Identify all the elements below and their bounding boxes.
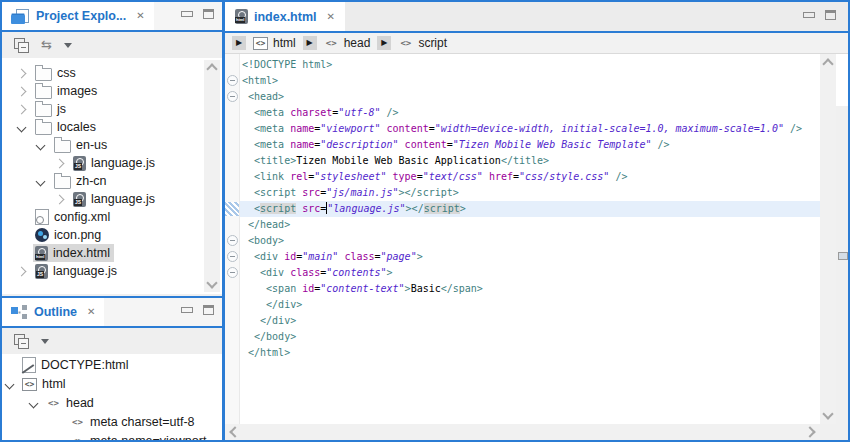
code-line[interactable]: <meta name="description" content="Tizen …: [240, 137, 820, 153]
scroll-down-icon[interactable]: [206, 277, 217, 288]
tree-item[interactable]: config.xml: [2, 208, 222, 226]
tree-item-main[interactable]: js: [33, 100, 70, 118]
tree-item-main[interactable]: <>meta charset=utf-8: [68, 413, 199, 431]
tree-item[interactable]: index.html: [2, 244, 222, 262]
tree-item[interactable]: <>head: [2, 394, 222, 412]
code-editor[interactable]: <!DOCTYPE html><html> <head> <meta chars…: [240, 54, 820, 424]
tab-project-explorer[interactable]: Project Explo... ✕: [2, 2, 154, 30]
fold-gutter[interactable]: [225, 54, 240, 424]
chevron-right-icon[interactable]: [17, 105, 27, 115]
tree-item-main[interactable]: language.js: [71, 190, 159, 208]
tree-item-main[interactable]: <>meta name=viewport: [68, 432, 210, 440]
code-line[interactable]: <title>Tizen Mobile Web Basic Applicatio…: [240, 153, 820, 169]
fold-collapse-icon[interactable]: [227, 267, 238, 278]
link-with-editor-icon[interactable]: ⇆: [41, 38, 52, 52]
fold-collapse-icon[interactable]: [227, 91, 238, 102]
tree-item[interactable]: language.js: [2, 154, 222, 172]
tree-item[interactable]: <>meta charset=utf-8: [2, 413, 222, 431]
code-line[interactable]: <meta charset="utf-8" />: [240, 105, 820, 121]
scroll-down-icon[interactable]: [822, 408, 833, 419]
code-line[interactable]: </head>: [240, 217, 820, 233]
tree-item-main[interactable]: language.js: [33, 262, 121, 280]
overview-ruler[interactable]: [836, 106, 848, 442]
chevron-right-icon[interactable]: [17, 267, 27, 277]
tree-item[interactable]: zh-cn: [2, 172, 222, 190]
chevron-right-icon[interactable]: [55, 195, 65, 205]
tree-item[interactable]: <>meta name=viewport: [2, 432, 222, 440]
minimize-icon[interactable]: [181, 307, 193, 313]
tree-item[interactable]: en-us: [2, 136, 222, 154]
tree-item[interactable]: icon.png: [2, 226, 222, 244]
chevron-down-icon[interactable]: [5, 380, 15, 390]
code-line-current[interactable]: <script src="language.js"></script>: [240, 201, 820, 217]
tree-item-main[interactable]: config.xml: [33, 208, 114, 226]
breadcrumb-expand-icon[interactable]: ▶: [303, 36, 317, 50]
code-line[interactable]: <div id="main" class="page">: [240, 249, 820, 265]
view-menu-icon[interactable]: [41, 339, 49, 344]
code-line[interactable]: <html>: [240, 73, 820, 89]
chevron-right-icon[interactable]: [55, 159, 65, 169]
breadcrumb-item[interactable]: <>head: [324, 36, 371, 50]
chevron-down-icon[interactable]: [36, 177, 46, 187]
code-line[interactable]: <span id="content-text">Basic</span>: [240, 281, 820, 297]
project-explorer-scrollbar[interactable]: [204, 60, 220, 292]
scroll-left-icon[interactable]: [229, 426, 240, 437]
tab-outline[interactable]: Outline ✕: [2, 298, 104, 326]
fold-collapse-icon[interactable]: [227, 235, 238, 246]
tree-item[interactable]: language.js: [2, 190, 222, 208]
breadcrumb-expand-icon[interactable]: ▶: [377, 36, 391, 50]
code-line[interactable]: </div>: [240, 313, 820, 329]
maximize-icon[interactable]: [825, 10, 836, 20]
code-line[interactable]: <head>: [240, 89, 820, 105]
tree-item[interactable]: language.js: [2, 262, 222, 280]
chevron-down-icon[interactable]: [36, 141, 46, 151]
tree-item[interactable]: css: [2, 64, 222, 82]
code-line[interactable]: <script src="js/main.js"></script>: [240, 185, 820, 201]
code-line[interactable]: </div>: [240, 297, 820, 313]
tree-item-main[interactable]: <>html: [20, 375, 70, 393]
tab-index-html[interactable]: index.html ✕: [225, 2, 345, 31]
code-line[interactable]: <body>: [240, 233, 820, 249]
tree-item[interactable]: locales: [2, 118, 222, 136]
breadcrumb-expand-icon[interactable]: ▶: [232, 36, 246, 50]
tree-item-main[interactable]: images: [33, 82, 101, 100]
close-icon[interactable]: ✕: [87, 307, 95, 317]
code-line[interactable]: <meta name="viewport" content="width=dev…: [240, 121, 820, 137]
tree-item-main[interactable]: locales: [33, 118, 100, 136]
fold-collapse-icon[interactable]: [227, 251, 238, 262]
scroll-right-icon[interactable]: [804, 426, 815, 437]
breadcrumb-item[interactable]: <>html: [253, 36, 296, 50]
tree-item[interactable]: DOCTYPE:html: [2, 356, 222, 374]
code-line[interactable]: </body>: [240, 329, 820, 345]
maximize-icon[interactable]: [203, 9, 214, 19]
tree-item[interactable]: images: [2, 82, 222, 100]
breadcrumb-item[interactable]: <>script: [398, 36, 447, 50]
minimize-icon[interactable]: [181, 11, 193, 17]
chevron-down-icon[interactable]: [17, 123, 27, 133]
close-icon[interactable]: ✕: [327, 12, 335, 22]
tree-item-main[interactable]: css: [33, 64, 80, 82]
scroll-up-icon[interactable]: [206, 63, 217, 74]
chevron-down-icon[interactable]: [29, 399, 39, 409]
editor-vscrollbar[interactable]: [820, 54, 836, 424]
chevron-right-icon[interactable]: [17, 69, 27, 79]
fold-collapse-icon[interactable]: [227, 75, 238, 86]
close-icon[interactable]: ✕: [136, 11, 144, 21]
tree-item-main[interactable]: zh-cn: [52, 172, 111, 190]
view-menu-icon[interactable]: [64, 43, 72, 48]
chevron-right-icon[interactable]: [17, 87, 27, 97]
code-line[interactable]: <div class="contents">: [240, 265, 820, 281]
code-line[interactable]: </html>: [240, 345, 820, 361]
maximize-icon[interactable]: [203, 305, 214, 315]
tree-item-main[interactable]: DOCTYPE:html: [20, 356, 133, 374]
code-line[interactable]: <!DOCTYPE html>: [240, 57, 820, 73]
tree-item-main[interactable]: <>head: [44, 394, 98, 412]
code-line[interactable]: <link rel="stylesheet" type="text/css" h…: [240, 169, 820, 185]
collapse-all-icon[interactable]: [14, 334, 29, 349]
scroll-up-icon[interactable]: [822, 58, 833, 69]
tree-item-main[interactable]: icon.png: [33, 226, 105, 244]
tree-item[interactable]: <>html: [2, 375, 222, 393]
tree-item-main[interactable]: index.html: [33, 244, 114, 262]
tree-item-main[interactable]: language.js: [71, 154, 159, 172]
tree-item-main[interactable]: en-us: [52, 136, 111, 154]
